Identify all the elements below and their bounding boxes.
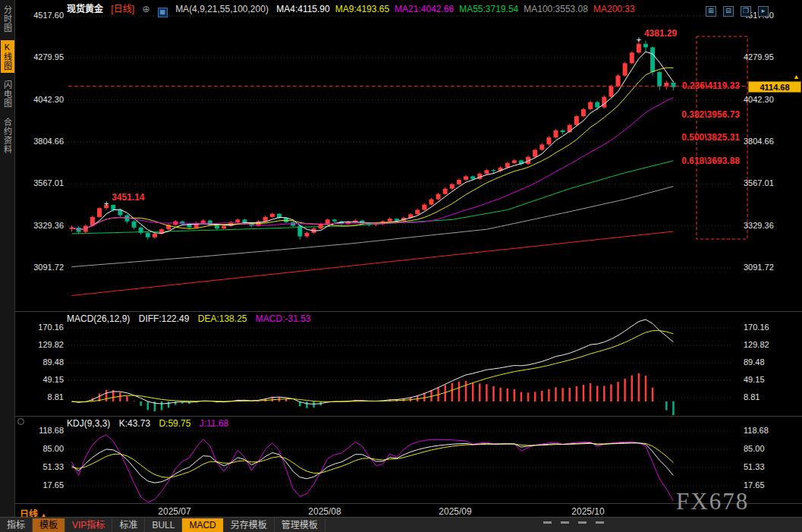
main-axis-label-left: 4279.95 bbox=[20, 52, 64, 61]
maximize-window-icon[interactable]: ❐ bbox=[741, 6, 751, 17]
toolbar-item-2[interactable]: 模板 bbox=[33, 518, 65, 532]
kdj-axis-label-left: 17.65 bbox=[20, 480, 64, 490]
macd-axis-label-right: 129.82 bbox=[744, 340, 798, 349]
main-axis-label-right: 3567.01 bbox=[744, 178, 798, 187]
macd-axis-label-right: 89.48 bbox=[744, 357, 798, 367]
price-annotation: 4381.29 bbox=[644, 28, 677, 39]
macd-axis-label-right: 49.15 bbox=[744, 375, 798, 384]
kdj-axis-label-right: 118.68 bbox=[744, 426, 798, 435]
panel-toggle-icon[interactable] bbox=[17, 418, 24, 425]
main-axis-label-left: 4517.60 bbox=[20, 11, 64, 20]
main-axis-label-left: 3091.72 bbox=[20, 263, 64, 272]
kdj-axis-label-right: 51.33 bbox=[744, 462, 798, 471]
last-price-value: 4114.68 bbox=[760, 83, 789, 92]
next-panel-icon[interactable]: ▸ bbox=[758, 6, 769, 17]
kdj-d-value: D:59.75 bbox=[159, 418, 190, 429]
fib-level-label: 0.236\4119.33 bbox=[676, 80, 740, 91]
sidebar-item-4[interactable]: 合约资料 bbox=[1, 115, 14, 156]
fib-level-label: 0.500\3825.31 bbox=[676, 132, 740, 143]
ma-value-label: MA21:4042.66 bbox=[395, 4, 454, 14]
macd-header: MACD(26,12,9) DIFF:122.49 DEA:138.25 MAC… bbox=[67, 313, 317, 324]
ma-values: MA4:4115.90MA9:4193.65MA21:4042.66MA55:3… bbox=[276, 4, 640, 14]
symbol-name: 现货黄金 bbox=[67, 4, 103, 14]
kdj-params: KDJ(9,3,3) bbox=[67, 418, 110, 429]
macd-value: MACD:-31.53 bbox=[256, 313, 311, 324]
last-price-marker: 4114.68 bbox=[748, 81, 801, 93]
toolbar-item-8[interactable]: 管理模板 bbox=[275, 518, 326, 532]
fib-level-label: 0.382\3956.73 bbox=[676, 109, 740, 120]
main-axis-label-left: 3329.36 bbox=[20, 221, 64, 230]
macd-axis-label-left: 129.82 bbox=[20, 340, 64, 349]
x-axis-label: 2025/08 bbox=[298, 506, 351, 517]
scrollbar-handle[interactable] bbox=[543, 521, 607, 524]
kdj-axis-label-right: 85.00 bbox=[744, 444, 798, 453]
main-axis-label-right: 3804.66 bbox=[744, 137, 798, 146]
price-up-arrow-icon: ▲ bbox=[793, 73, 800, 80]
ma-group-label: MA(4,9,21,55,100,200) bbox=[175, 4, 269, 14]
macd-axis-label-left: 89.48 bbox=[20, 357, 64, 367]
ma-value-label: MA4:4115.90 bbox=[276, 4, 330, 14]
main-axis-label-left: 3804.66 bbox=[20, 137, 64, 146]
kdj-header: KDJ(9,3,3) K:43.73 D:59.75 J:11.68 bbox=[67, 418, 234, 429]
sidebar-item-2[interactable]: K线图 bbox=[1, 40, 14, 73]
main-axis-label-left: 3567.01 bbox=[20, 178, 64, 187]
main-axis-label-right: 3329.36 bbox=[744, 221, 798, 230]
window-controls: ⊞⊟❐▸ bbox=[699, 2, 769, 17]
toolbar-item-4[interactable]: 标准 bbox=[112, 518, 145, 532]
svg-text:+: + bbox=[104, 199, 109, 208]
chart-type-sidebar: 分时图K线图闪电图合约资料 bbox=[0, 0, 15, 518]
sidebar-item-3[interactable]: 闪电图 bbox=[1, 78, 14, 110]
macd-axis-label-left: 49.15 bbox=[20, 375, 64, 384]
toolbar-item-6[interactable]: MACD bbox=[182, 518, 223, 532]
fib-level-label: 0.618\3693.88 bbox=[676, 156, 740, 166]
main-axis-label-right: 4279.95 bbox=[744, 52, 798, 61]
bottom-toolbar: 指标模板VIP指标标准BULLMACD另存模板管理模板 bbox=[0, 517, 802, 532]
kdj-k-value: K:43.73 bbox=[119, 418, 150, 429]
kdj-axis-label-right: 17.65 bbox=[744, 480, 798, 490]
ma-value-label: MA100:3553.08 bbox=[524, 4, 588, 14]
kdj-j-value: J:11.68 bbox=[200, 418, 228, 429]
macd-axis-label-right: 170.16 bbox=[744, 323, 798, 332]
period-tag[interactable]: [日线] bbox=[111, 4, 134, 14]
toolbar-item-5[interactable]: BULL bbox=[145, 518, 182, 532]
macd-axis-label-right: 8.81 bbox=[744, 392, 798, 401]
main-axis-label-right: 3091.72 bbox=[744, 263, 798, 272]
macd-axis-label-left: 8.81 bbox=[20, 392, 64, 401]
macd-params: MACD(26,12,9) bbox=[67, 313, 130, 324]
toolbar-item-7[interactable]: 另存模板 bbox=[224, 518, 275, 532]
cascade-windows-icon[interactable]: ⊟ bbox=[723, 6, 734, 17]
x-axis-label: 2025/10 bbox=[561, 506, 615, 517]
ma-value-label: MA55:3719.54 bbox=[459, 4, 518, 14]
main-axis-label-right: 4042.30 bbox=[744, 95, 798, 104]
toolbar-item-1[interactable]: 指标 bbox=[0, 518, 33, 532]
price-annotation: 3451.14 bbox=[112, 192, 144, 203]
macd-diff-value: DIFF:122.49 bbox=[139, 313, 190, 324]
main-axis-label-left: 4042.30 bbox=[20, 95, 64, 104]
candle-style-icon[interactable]: ▦ bbox=[158, 8, 168, 17]
sidebar-item-1[interactable]: 分时图 bbox=[1, 3, 14, 35]
chart-header: 现货黄金 [日线] ⊕ ▦ MA(4,9,21,55,100,200) MA4:… bbox=[67, 2, 646, 13]
tile-windows-icon[interactable]: ⊞ bbox=[706, 6, 716, 17]
kdj-axis-label-left: 51.33 bbox=[20, 462, 64, 471]
kdj-axis-label-left: 118.68 bbox=[20, 426, 64, 435]
ma-value-label: MA9:4193.65 bbox=[335, 4, 389, 14]
trading-app-window: ++ 分时图K线图闪电图合约资料 现货黄金 [日线] ⊕ ▦ MA(4,9,21… bbox=[0, 0, 802, 532]
ma-value-label: MA200:33 bbox=[593, 4, 635, 14]
add-indicator-icon[interactable]: ⊕ bbox=[142, 4, 149, 14]
svg-text:+: + bbox=[637, 35, 641, 44]
x-axis-label: 2025/09 bbox=[429, 506, 482, 517]
watermark: FX678 bbox=[676, 488, 749, 515]
macd-axis-label-left: 170.16 bbox=[20, 323, 64, 332]
x-axis-label: 2025/07 bbox=[148, 506, 201, 517]
macd-dea-value: DEA:138.25 bbox=[198, 313, 247, 324]
toolbar-item-3[interactable]: VIP指标 bbox=[65, 518, 112, 532]
kdj-axis-label-left: 85.00 bbox=[20, 444, 64, 453]
